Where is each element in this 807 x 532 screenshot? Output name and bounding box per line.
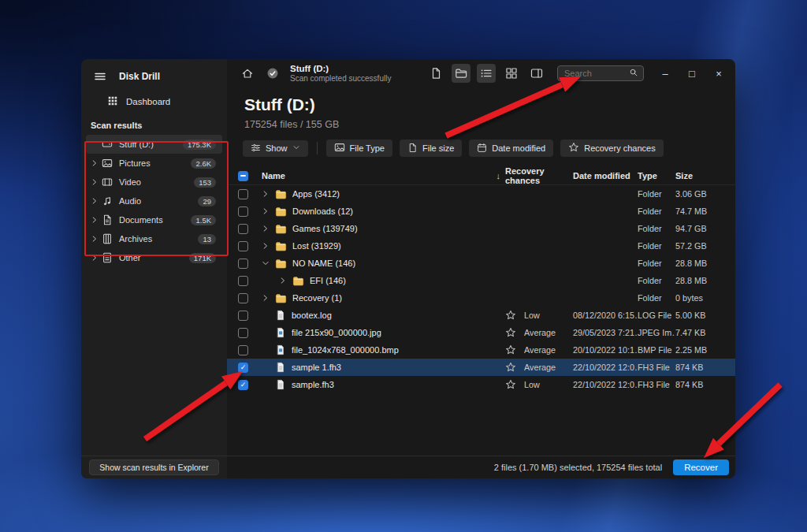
folder-view-icon[interactable] [452,64,470,83]
row-checkbox[interactable] [238,311,248,321]
sidebar-item-label: Archives [119,234,198,244]
row-checkbox[interactable] [238,276,248,286]
table-row[interactable]: Recovery (1)Folder0 bytes [227,289,735,307]
chevron-down-icon [292,143,300,153]
recovery-chance: Average [524,363,573,372]
grid-view-icon[interactable] [502,64,521,83]
sidebar-item-archives[interactable]: Archives13 [86,229,222,248]
other-icon [102,252,119,263]
chevron-right-icon[interactable] [91,159,102,167]
file-size: 874 KB [675,380,726,389]
count-badge: 171K [189,253,216,263]
column-recovery-chances[interactable]: Recovery chances [505,166,573,185]
table-row[interactable]: bootex.logLow08/12/2020 6:15…LOG File5.0… [227,307,735,324]
sidebar-item-label: Audio [119,196,198,206]
chevron-right-icon[interactable] [262,294,270,302]
chevron-right-icon[interactable] [91,235,102,243]
recover-button[interactable]: Recover [673,459,729,475]
panel-view-icon[interactable] [527,64,546,83]
recovery-star-half-icon [505,362,517,374]
filter-chip-file-type[interactable]: File Type [326,140,392,157]
count-badge: 175.3K [183,140,216,150]
filter-chip-recovery-chances[interactable]: Recovery chances [560,140,664,157]
sidebar-item-documents[interactable]: Documents1.5K [86,210,222,229]
folder-icon [275,292,287,304]
count-badge: 2.6K [191,158,216,169]
chevron-right-icon[interactable] [262,190,270,198]
home-icon[interactable] [238,64,257,83]
chevron-right-icon[interactable] [91,178,102,186]
table-row[interactable]: file_1024x768_000000.bmpAverage20/10/202… [227,341,735,359]
star-icon [568,142,579,154]
table-header: Name ↓ Recovery chances Date modified Ty… [227,166,735,185]
chevron-right-icon[interactable] [91,254,102,262]
table-row[interactable]: ✓sample.fh3Low22/10/2022 12:0…FH3 File87… [227,376,735,393]
folder-icon [275,188,287,200]
file-type: Folder [638,206,675,216]
search-input[interactable] [563,68,629,79]
folder-icon [275,206,287,218]
filter-chip-label: Recovery chances [584,143,656,153]
table-row[interactable]: Lost (31929)Folder57.2 GB [227,237,735,255]
search-box[interactable] [557,65,644,81]
chevron-down-icon[interactable] [262,259,270,267]
row-checkbox[interactable] [238,206,248,217]
row-checkbox[interactable]: ✓ [238,363,248,373]
video-icon [102,177,119,188]
table-row[interactable]: EFI (146)Folder28.8 MB [227,272,735,289]
filter-bar: Show File TypeFile sizeDate modifiedReco… [243,140,735,157]
date-modified: 22/10/2022 12:0… [573,363,638,372]
close-button[interactable]: × [708,64,729,83]
sidebar-item-dashboard[interactable]: Dashboard [81,89,227,114]
show-dropdown-button[interactable]: Show [243,140,308,157]
sidebar-item-video[interactable]: Video153 [86,173,222,192]
list-view-icon[interactable] [477,64,496,83]
row-checkbox[interactable] [238,345,248,355]
table-row[interactable]: Games (139749)Folder94.7 GB [227,220,735,237]
table-row[interactable]: ✓sample 1.fh3Average22/10/2022 12:0…FH3 … [227,359,735,376]
chevron-right-icon[interactable] [279,277,287,285]
chevron-right-icon[interactable] [91,197,102,205]
filter-chip-file-size[interactable]: File size [400,140,462,157]
row-checkbox[interactable] [238,328,248,338]
chevron-right-icon[interactable] [262,207,270,215]
file-name: file 215x90_000000.jpg [292,328,381,337]
titlebar-drive-title: Stuff (D:) [290,64,391,74]
row-checkbox[interactable] [238,241,248,251]
table-row[interactable]: Apps (3412)Folder3.06 GB [227,185,735,203]
recovery-chance: Low [524,311,573,320]
table-row[interactable]: NO NAME (146)Folder28.8 MB [227,255,735,272]
column-date-modified[interactable]: Date modified [573,171,638,180]
row-checkbox[interactable] [238,189,248,199]
table-row[interactable]: Downloads (12)Folder74.7 MB [227,203,735,220]
maximize-button[interactable]: □ [682,64,702,83]
dashboard-grid-icon [107,95,118,108]
hamburger-menu-icon[interactable] [91,67,110,86]
filter-chip-date-modified[interactable]: Date modified [469,140,553,157]
recovery-chance: Low [524,380,573,389]
table-row[interactable]: file 215x90_000000.jpgAverage29/05/2023 … [227,324,735,341]
column-type[interactable]: Type [638,171,675,180]
sidebar-item-other[interactable]: Other171K [86,248,222,267]
file-type: Folder [638,224,675,233]
show-in-explorer-button[interactable]: Show scan results in Explorer [89,459,218,475]
sidebar-item-pictures[interactable]: Pictures2.6K [86,154,222,173]
file-size: 57.2 GB [675,241,726,251]
chevron-right-icon[interactable] [262,225,270,233]
row-checkbox[interactable]: ✓ [238,380,248,390]
column-name[interactable]: Name [262,171,285,180]
chevron-right-icon[interactable] [262,242,270,250]
row-checkbox[interactable] [238,259,248,269]
file-name: Downloads (12) [292,206,353,216]
sidebar-item-stuff[interactable]: Stuff (D:)175.3K [86,135,222,154]
select-all-checkbox[interactable] [238,171,248,181]
sidebar-item-audio[interactable]: Audio29 [86,192,222,210]
row-checkbox[interactable] [238,224,248,234]
chevron-right-icon[interactable] [91,216,102,224]
row-checkbox[interactable] [238,293,248,303]
file-view-icon[interactable] [426,64,445,83]
sort-descending-icon[interactable]: ↓ [496,171,501,180]
column-size[interactable]: Size [675,171,726,180]
recovery-star-outline-icon [505,310,517,322]
minimize-button[interactable]: – [655,64,675,83]
